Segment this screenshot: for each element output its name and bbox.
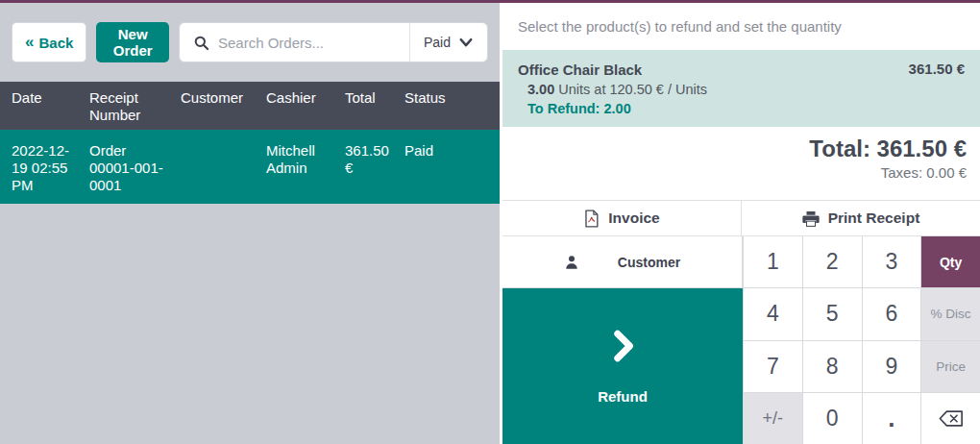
invoice-button-label: Invoice xyxy=(608,210,659,227)
invoice-button[interactable]: Invoice xyxy=(502,201,741,235)
numpad: 1 2 3 Qty 4 5 6 % Disc 7 8 9 Price +/- 0… xyxy=(743,236,980,444)
order-customer-cell xyxy=(181,130,266,204)
order-status-cell: Paid xyxy=(404,130,500,204)
numpad-mode-price[interactable]: Price xyxy=(921,341,980,392)
numpad-key-7[interactable]: 7 xyxy=(744,341,802,392)
refund-button[interactable]: Refund xyxy=(502,288,743,444)
app-body: « Back New Order Paid xyxy=(0,3,980,444)
total-label: Total: xyxy=(809,136,870,161)
orderline-unit-price: Units at 120.50 € / Units xyxy=(558,82,707,97)
order-total: Total: 361.50 € xyxy=(502,136,967,162)
numpad-key-4[interactable]: 4 xyxy=(744,288,802,339)
back-button[interactable]: « Back xyxy=(12,22,86,62)
orderline-quantity-info: 3.00 Units at 120.50 € / Units xyxy=(527,80,707,99)
numpad-key-9[interactable]: 9 xyxy=(863,341,921,392)
pos-controls: Customer Refund 1 2 3 Qty 4 5 xyxy=(502,236,980,444)
numpad-key-plus-minus[interactable]: +/- xyxy=(744,393,802,444)
orderline-quantity: 3.00 xyxy=(527,82,554,97)
column-header-receipt-number: Receipt Number xyxy=(89,82,181,130)
column-header-cashier: Cashier xyxy=(266,82,345,130)
numpad-key-3[interactable]: 3 xyxy=(863,236,921,287)
refund-button-label: Refund xyxy=(598,388,648,405)
refund-detail-panel: Select the product(s) to refund and set … xyxy=(502,3,980,444)
orderline-price: 361.50 € xyxy=(909,61,965,127)
numpad-mode-discount[interactable]: % Disc xyxy=(921,288,980,339)
numpad-key-5[interactable]: 5 xyxy=(803,288,862,339)
back-button-label: Back xyxy=(38,35,73,51)
orderline-details: Office Chair Black 3.00 Units at 120.50 … xyxy=(518,61,707,127)
status-filter-value: Paid xyxy=(424,35,451,50)
orders-list-panel: « Back New Order Paid xyxy=(0,3,500,444)
printer-icon xyxy=(802,210,820,227)
taxes-label: Taxes: xyxy=(881,164,922,181)
refund-instruction: Select the product(s) to refund and set … xyxy=(502,3,980,50)
total-value: 361.50 € xyxy=(877,136,967,161)
order-receipt-number-cell: Order 00001-001-0001 xyxy=(89,130,181,204)
pos-orders-screen: « Back New Order Paid xyxy=(0,0,980,444)
numpad-key-decimal[interactable]: . xyxy=(863,393,921,444)
print-receipt-button-label: Print Receipt xyxy=(828,210,920,227)
column-header-total: Total xyxy=(345,82,404,130)
column-header-status: Status xyxy=(404,82,500,130)
numpad-key-2[interactable]: 2 xyxy=(803,236,862,287)
numpad-key-0[interactable]: 0 xyxy=(803,393,862,444)
order-date-cell: 2022-12-19 02:55 PM xyxy=(0,130,89,204)
order-total-cell: 361.50 € xyxy=(345,130,404,204)
search-orders-input[interactable] xyxy=(218,35,409,51)
double-chevron-left-icon: « xyxy=(25,33,34,52)
chevron-down-icon xyxy=(458,37,474,49)
orders-table-header: Date Receipt Number Customer Cashier Tot… xyxy=(0,82,500,130)
order-actions: Invoice Print Receipt xyxy=(502,200,980,236)
print-receipt-button[interactable]: Print Receipt xyxy=(741,201,980,235)
orderline-to-refund: To Refund: 2.00 xyxy=(527,99,707,118)
numpad-mode-qty[interactable]: Qty xyxy=(921,236,980,287)
order-search-box: Paid xyxy=(179,22,488,62)
product-name: Office Chair Black xyxy=(518,61,707,80)
order-summary: Total: 361.50 € Taxes: 0.00 € xyxy=(502,127,980,200)
column-header-date: Date xyxy=(0,82,89,130)
customer-button[interactable]: Customer xyxy=(502,236,743,288)
new-order-button-label: New Order xyxy=(112,26,153,59)
column-header-customer: Customer xyxy=(181,82,266,130)
to-refund-label: To Refund: xyxy=(527,101,600,116)
chevron-right-icon xyxy=(605,329,640,363)
orders-topbar: « Back New Order Paid xyxy=(0,3,500,82)
order-row-selected[interactable]: 2022-12-19 02:55 PM Order 00001-001-0001… xyxy=(0,130,500,204)
orders-list-background xyxy=(0,204,500,444)
to-refund-qty: 2.00 xyxy=(603,101,630,116)
left-controls: Customer Refund xyxy=(502,236,743,444)
search-icon xyxy=(193,35,209,51)
numpad-key-6[interactable]: 6 xyxy=(863,288,921,339)
customer-button-label: Customer xyxy=(618,255,680,270)
backspace-icon xyxy=(939,409,964,428)
pdf-file-icon xyxy=(583,210,600,228)
new-order-button[interactable]: New Order xyxy=(96,22,169,62)
order-cashier-cell: Mitchell Admin xyxy=(266,130,345,204)
taxes-value: 0.00 € xyxy=(926,164,967,181)
order-taxes: Taxes: 0.00 € xyxy=(502,164,967,181)
person-icon xyxy=(564,255,579,270)
numpad-key-1[interactable]: 1 xyxy=(744,236,802,287)
status-filter-dropdown[interactable]: Paid xyxy=(410,23,487,62)
numpad-key-8[interactable]: 8 xyxy=(803,341,862,392)
numpad-key-backspace[interactable] xyxy=(921,393,980,444)
orderline-office-chair-black[interactable]: Office Chair Black 3.00 Units at 120.50 … xyxy=(502,50,980,127)
